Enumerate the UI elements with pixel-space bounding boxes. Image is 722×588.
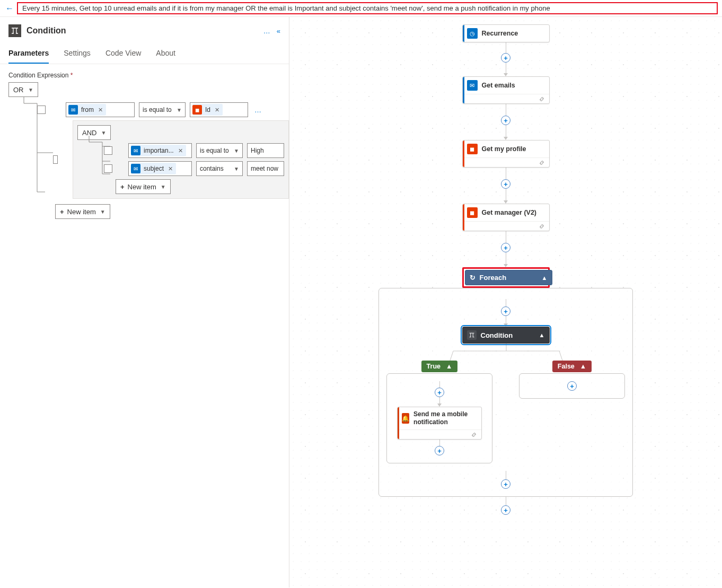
condition-panel-icon — [8, 24, 21, 37]
bell-icon: 🔔 — [402, 413, 409, 424]
add-after-foreach[interactable]: + — [501, 505, 510, 515]
outlook-icon: ✉ — [131, 164, 140, 173]
condition-icon — [467, 330, 477, 340]
add-after-getmanager[interactable]: + — [501, 243, 510, 252]
add-after-getprofile[interactable]: + — [501, 179, 510, 189]
condition-panel: Condition … « Parameters Settings Code V… — [0, 17, 289, 587]
tab-settings[interactable]: Settings — [64, 45, 91, 64]
office-icon: ◼ — [467, 207, 478, 218]
add-true-top[interactable]: + — [435, 388, 444, 397]
expression-label: Condition Expression * — [0, 64, 289, 82]
node-recurrence[interactable]: ◷Recurrence — [462, 24, 550, 42]
group-row1-left[interactable]: ✉importan...✕ — [128, 143, 192, 158]
tab-about[interactable]: About — [156, 45, 175, 64]
foreach-collapse[interactable]: ▲ — [542, 275, 548, 281]
flow-description-input[interactable]: Every 15 minutes, Get top 10 unread emai… — [17, 2, 718, 14]
group-new-item[interactable]: +New item▼ — [116, 179, 171, 194]
chevron-up-icon: ▲ — [580, 363, 586, 370]
panel-more-button[interactable]: … — [263, 27, 270, 35]
group-row1-token-remove[interactable]: ✕ — [176, 147, 185, 154]
tab-codeview[interactable]: Code View — [105, 45, 141, 64]
link-icon — [398, 429, 481, 439]
row1-checkbox[interactable] — [37, 106, 46, 114]
group-checkbox[interactable] — [53, 155, 58, 164]
row1-operator[interactable]: is equal to▼ — [139, 102, 186, 117]
foreach-container: + Condition ▲ True▲ + — [378, 288, 633, 497]
outlook-icon: ✉ — [467, 80, 478, 91]
group-row2-value[interactable]: meet now — [247, 161, 284, 176]
root-new-item[interactable]: +New item▼ — [55, 204, 110, 219]
node-foreach[interactable]: ↻ Foreach ▲ — [465, 270, 552, 285]
add-inside-foreach-bottom[interactable]: + — [501, 479, 510, 489]
clock-icon: ◷ — [467, 28, 478, 39]
branch-true-header[interactable]: True▲ — [421, 361, 458, 372]
row1-left-operand[interactable]: ✉from✕ — [66, 102, 135, 117]
loop-icon: ↻ — [470, 274, 476, 282]
group-row2-token-remove[interactable]: ✕ — [166, 165, 175, 172]
row1-more[interactable]: … — [252, 106, 265, 114]
office-icon: ◼ — [467, 144, 478, 154]
add-after-getemails[interactable]: + — [501, 116, 510, 125]
outlook-icon: ✉ — [68, 105, 78, 115]
office-icon: ◼ — [192, 105, 202, 115]
group-row2-checkbox[interactable] — [104, 164, 112, 173]
link-icon — [463, 157, 549, 167]
group-row1-checkbox[interactable] — [104, 146, 112, 155]
group-row1-operator[interactable]: is equal to▼ — [196, 143, 243, 158]
node-get-manager[interactable]: ◼Get manager (V2) — [462, 204, 550, 231]
flow-canvas[interactable]: ◷Recurrence + ✉Get emails + ◼Get my prof… — [289, 17, 722, 587]
root-operator-select[interactable]: OR▼ — [8, 82, 38, 97]
branch-false-header[interactable]: False▲ — [552, 361, 592, 372]
node-get-emails[interactable]: ✉Get emails — [462, 76, 550, 104]
add-false[interactable]: + — [567, 381, 577, 391]
false-branch-container: + — [519, 373, 625, 399]
row1-value-remove[interactable]: ✕ — [213, 107, 222, 113]
add-true-bottom[interactable]: + — [435, 446, 444, 455]
true-branch-container: + 🔔Send me a mobile notification + — [386, 373, 492, 463]
group-row1-value[interactable]: High — [247, 143, 284, 158]
tab-parameters[interactable]: Parameters — [8, 45, 49, 64]
outlook-icon: ✉ — [131, 146, 140, 155]
panel-title: Condition — [27, 26, 263, 36]
panel-collapse-button[interactable]: « — [277, 27, 280, 35]
group-row2-left[interactable]: ✉subject✕ — [128, 161, 192, 176]
foreach-highlight: ↻ Foreach ▲ — [462, 267, 550, 288]
condition-collapse[interactable]: ▲ — [539, 332, 545, 338]
link-icon — [463, 221, 549, 231]
group-row2-operator[interactable]: contains▼ — [196, 161, 243, 176]
node-condition[interactable]: Condition ▲ — [462, 327, 550, 344]
add-after-recurrence[interactable]: + — [501, 53, 510, 63]
row1-right-operand[interactable]: ◼Id✕ — [190, 102, 248, 117]
add-inside-foreach-top[interactable]: + — [501, 306, 510, 316]
back-button[interactable]: ← — [4, 4, 15, 13]
link-icon — [463, 94, 549, 103]
chevron-up-icon: ▲ — [446, 363, 452, 370]
node-get-profile[interactable]: ◼Get my profile — [462, 140, 550, 168]
row1-token-remove[interactable]: ✕ — [96, 107, 105, 113]
group-operator-select[interactable]: AND▼ — [77, 125, 111, 140]
node-notification[interactable]: 🔔Send me a mobile notification — [397, 407, 482, 440]
